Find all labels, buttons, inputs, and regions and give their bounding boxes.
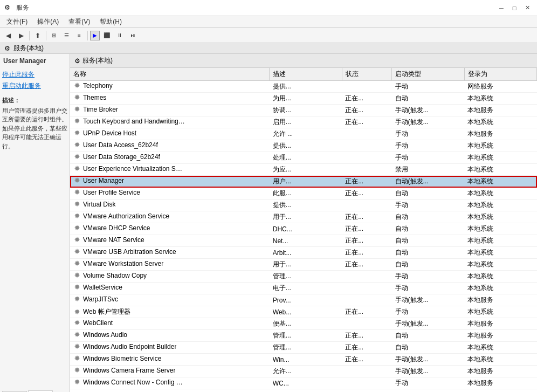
close-button[interactable]: ✕ bbox=[522, 3, 533, 13]
table-row[interactable]: User Data Access_62b24f提供...手动本地系统 bbox=[70, 140, 537, 152]
table-row[interactable]: Web 帐户管理器Web...正在...手动本地系统 bbox=[70, 306, 537, 318]
address-text: 服务(本地) bbox=[13, 44, 44, 53]
service-start: 自动 bbox=[392, 342, 464, 354]
service-name: VMware DHCP Service bbox=[83, 224, 150, 232]
table-row[interactable]: Time Broker协调...正在...手动(触发...本地服务 bbox=[70, 105, 537, 116]
table-row[interactable]: WalletService电子...手动本地系统 bbox=[70, 283, 537, 294]
table-row[interactable]: VMware Workstation Server用于...正在...自动本地系… bbox=[70, 259, 537, 271]
service-status: 正在... bbox=[342, 342, 391, 354]
service-login: 网络服务 bbox=[464, 81, 536, 93]
service-desc: Net... bbox=[270, 235, 342, 247]
gear-icon bbox=[73, 331, 81, 339]
gear-icon bbox=[73, 106, 81, 113]
table-row[interactable]: Windows Connect Now - Config RegistrarWC… bbox=[70, 377, 537, 389]
service-name: Windows Audio bbox=[83, 331, 127, 339]
restart-service-link[interactable]: 重启动此服务 bbox=[2, 81, 67, 91]
left-panel-title: User Manager bbox=[2, 56, 67, 66]
service-login: 本地服务 bbox=[464, 294, 536, 306]
service-status bbox=[342, 294, 391, 306]
service-name: Windows Camera Frame Server bbox=[83, 367, 175, 374]
table-container[interactable]: 名称 描述 状态 启动类型 登录为 Telephony提供...手动网络服务 T… bbox=[70, 68, 537, 392]
table-row[interactable]: WarpJITSvcProv...手动(触发...本地服务 bbox=[70, 294, 537, 306]
table-row[interactable]: User Profile Service此服...正在...自动本地系统 bbox=[70, 188, 537, 200]
col-header-status[interactable]: 状态 bbox=[342, 68, 391, 81]
service-name: WalletService bbox=[83, 284, 122, 291]
connect-button[interactable]: ▶ bbox=[90, 31, 100, 40]
desc-title: 描述： bbox=[2, 96, 67, 105]
forward-button[interactable]: ▶ bbox=[15, 30, 27, 42]
table-row[interactable]: VMware NAT ServiceNet...正在...自动本地系统 bbox=[70, 235, 537, 247]
service-start: 禁用 bbox=[392, 164, 464, 176]
maximize-button[interactable]: □ bbox=[509, 3, 520, 13]
col-header-start[interactable]: 启动类型 bbox=[392, 68, 464, 81]
service-status bbox=[342, 366, 391, 377]
list-button[interactable]: ☰ bbox=[60, 30, 72, 42]
service-login: 本地系统 bbox=[464, 271, 536, 283]
table-row[interactable]: Volume Shadow Copy管理...手动本地系统 bbox=[70, 271, 537, 283]
table-row[interactable]: Windows Audio管理...正在...自动本地服务 bbox=[70, 330, 537, 342]
col-header-name[interactable]: 名称 bbox=[70, 68, 270, 81]
table-row[interactable]: User Data Storage_62b24f处理...手动本地系统 bbox=[70, 152, 537, 164]
service-start: 手动 bbox=[392, 306, 464, 318]
menu-action[interactable]: 操作(A) bbox=[33, 16, 63, 27]
service-start: 手动 bbox=[392, 152, 464, 164]
service-start: 自动 bbox=[392, 211, 464, 223]
table-row[interactable]: VMware Authorization Service用于...正在...自动… bbox=[70, 211, 537, 223]
service-start: 自动(触发... bbox=[392, 176, 464, 188]
service-name: User Data Storage_62b24f bbox=[83, 153, 160, 161]
service-start: 自动 bbox=[392, 247, 464, 259]
menu-help[interactable]: 帮助(H) bbox=[95, 16, 126, 27]
service-start: 自动 bbox=[392, 330, 464, 342]
service-desc: 电子... bbox=[270, 283, 342, 294]
table-row[interactable]: Windows Audio Endpoint Builder管理...正在...… bbox=[70, 342, 537, 354]
service-start: 手动 bbox=[392, 128, 464, 140]
service-start: 手动(触发... bbox=[392, 294, 464, 306]
service-name: User Profile Service bbox=[83, 189, 140, 196]
menu-file[interactable]: 文件(F) bbox=[2, 16, 32, 27]
details-button[interactable]: ≡ bbox=[73, 30, 85, 42]
table-row[interactable]: Touch Keyboard and Handwriting Panel Ser… bbox=[70, 116, 537, 128]
service-status: 正在... bbox=[342, 223, 391, 235]
pause-button[interactable]: ⏸ bbox=[114, 30, 126, 42]
table-row[interactable]: User Experience Virtualization Service为应… bbox=[70, 164, 537, 176]
table-row[interactable]: WebClient便基...手动(触发...本地服务 bbox=[70, 318, 537, 330]
service-desc: 允许... bbox=[270, 366, 342, 377]
menu-view[interactable]: 查看(V) bbox=[64, 16, 94, 27]
col-header-login[interactable]: 登录为 bbox=[464, 68, 536, 81]
table-row[interactable]: Windows Camera Frame Server允许...手动(触发...… bbox=[70, 366, 537, 377]
table-row[interactable]: UPnP Device Host允许 ...手动本地服务 bbox=[70, 128, 537, 140]
table-row[interactable]: VMware DHCP ServiceDHC...正在...自动本地系统 bbox=[70, 223, 537, 235]
service-status: 正在... bbox=[342, 354, 391, 366]
table-row[interactable]: User Manager用户...正在...自动(触发...本地系统 bbox=[70, 176, 537, 188]
gear-icon bbox=[73, 224, 81, 232]
restart-button[interactable]: ⏯ bbox=[127, 30, 139, 42]
table-row[interactable]: VMware USB Arbitration ServiceArbit...正在… bbox=[70, 247, 537, 259]
table-row[interactable]: Themes为用...正在...自动本地系统 bbox=[70, 93, 537, 105]
service-status: 正在... bbox=[342, 188, 391, 200]
stop-service-link[interactable]: 停止此服务 bbox=[2, 70, 67, 79]
table-row[interactable]: Virtual Disk提供...手动本地系统 bbox=[70, 200, 537, 211]
col-header-desc[interactable]: 描述 bbox=[270, 68, 342, 81]
service-desc: 处理... bbox=[270, 152, 342, 164]
service-login: 本地系统 bbox=[464, 164, 536, 176]
table-row[interactable]: Telephony提供...手动网络服务 bbox=[70, 81, 537, 93]
service-name: Windows Connect Now - Config Registrar bbox=[83, 379, 185, 386]
stop-button[interactable]: ⬛ bbox=[101, 30, 113, 42]
gear-icon bbox=[73, 355, 81, 362]
show-hide-button[interactable]: ⊞ bbox=[49, 30, 59, 42]
toolbar-sep-2 bbox=[46, 31, 46, 40]
desc-text: 用户管理器提供多用户交互所需要的运行时组件。如果停止此服务，某些应用程序可能无法… bbox=[2, 107, 67, 149]
title-text: 服务 bbox=[16, 3, 29, 12]
minimize-button[interactable]: ─ bbox=[496, 3, 507, 13]
service-login: 本地系统 bbox=[464, 259, 536, 271]
service-start: 手动(触发... bbox=[392, 105, 464, 116]
service-status bbox=[342, 128, 391, 140]
table-row[interactable]: Windows Biometric ServiceWin...正在...手动(触… bbox=[70, 354, 537, 366]
gear-icon bbox=[73, 94, 81, 101]
back-button[interactable]: ◀ bbox=[2, 30, 14, 42]
up-button[interactable]: ⬆ bbox=[32, 30, 44, 42]
service-name: Windows Audio Endpoint Builder bbox=[83, 343, 176, 350]
app-icon: ⚙ bbox=[4, 4, 13, 12]
content-header-text: 服务(本地) bbox=[82, 56, 113, 65]
service-desc: Arbit... bbox=[270, 247, 342, 259]
